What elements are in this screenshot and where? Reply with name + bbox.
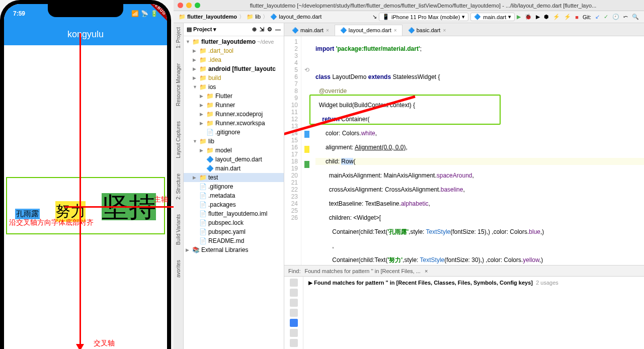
close-window-icon[interactable]	[178, 3, 183, 8]
run-config-selector[interactable]: 🔷 main.dart ▾	[470, 13, 515, 21]
tree-item[interactable]: ▶📁.idea	[184, 55, 284, 64]
cross-axis-label: 交叉轴	[94, 339, 115, 348]
tree-item[interactable]: 🔷main.dart	[184, 164, 284, 173]
project-pane-header: ▤ Project ▾ ⊕ ⇲ ⚙ —	[184, 23, 284, 36]
tree-item[interactable]: ▶📁android [flutter_layoutc	[184, 64, 284, 73]
editor-tab[interactable]: 🔷 main.dart ×	[286, 25, 335, 36]
line-number-gutter[interactable]: 1234567891011121314151617181920212223242…	[284, 36, 301, 265]
git-rollback-icon[interactable]: ⤺	[623, 14, 628, 20]
tree-item[interactable]: ▶📁Runner.xcodeproj	[184, 110, 284, 119]
maximize-window-icon[interactable]	[195, 3, 200, 8]
git-commit-icon[interactable]: ✓	[604, 14, 608, 20]
project-tool-window: ▤ Project ▾ ⊕ ⇲ ⚙ — ▼📁flutter_layoutdemo…	[184, 23, 284, 349]
coverage-icon[interactable]: ⬢	[544, 14, 549, 20]
window-title: flutter_layoutdemo [~/development/study/…	[206, 3, 640, 9]
git-label: Git:	[583, 14, 591, 20]
filter-icon[interactable]	[290, 289, 298, 297]
close-tab-icon[interactable]: ×	[443, 28, 446, 33]
baseline-annotation: 沿交叉轴方向字体底部对齐	[9, 218, 94, 227]
collapse-all-icon[interactable]: ⇲	[260, 26, 264, 33]
tool-tab-structure[interactable]: 2: Structure	[176, 173, 181, 200]
tree-item[interactable]: ▶📁Flutter	[184, 92, 284, 101]
project-tree[interactable]: ▼📁flutter_layoutdemo ~/deve▶📁.dart_tool▶…	[184, 36, 284, 349]
tree-item[interactable]: ▶📁Runner	[184, 101, 284, 110]
tool-tab-project[interactable]: 1: Project	[176, 27, 181, 48]
code-content[interactable]: import 'package:flutter/material.dart'; …	[312, 36, 644, 265]
tool-window-strip-left: 1: Project Resource Manager Layout Captu…	[174, 23, 184, 349]
main-axis-label: 主轴	[154, 195, 168, 204]
minimize-window-icon[interactable]	[186, 3, 192, 8]
expand-icon[interactable]	[290, 309, 298, 317]
tree-item[interactable]: ▼📁lib	[184, 137, 284, 146]
titlebar[interactable]: flutter_layoutdemo [~/development/study/…	[174, 0, 644, 11]
breadcrumb[interactable]: 📁 lib	[247, 14, 261, 20]
tree-item[interactable]: ▶📁test	[184, 173, 284, 182]
close-tab-icon[interactable]: ×	[326, 28, 329, 33]
tree-item[interactable]: ▶📁.dart_tool	[184, 46, 284, 55]
tree-item[interactable]: ▶📚External Libraries	[184, 245, 284, 254]
app-bar: kongyulu	[4, 23, 167, 45]
pin-icon[interactable]	[290, 299, 298, 307]
phone-notch	[48, 4, 123, 17]
tool-tab-build-variants[interactable]: Build Variants	[176, 214, 181, 245]
wifi-icon: 📡	[141, 10, 148, 17]
find-summary[interactable]: Found matches for pattern '' in [Recent …	[304, 268, 420, 274]
editor-tab[interactable]: 🔷 basic.dart ×	[403, 25, 452, 36]
rerun-icon[interactable]	[290, 279, 298, 287]
code-editor[interactable]: 1234567891011121314151617181920212223242…	[284, 36, 644, 265]
device-selector[interactable]: 📱 iPhone 11 Pro Max (mobile) ▾	[379, 13, 468, 21]
demo-box-1: 孔雨露	[15, 209, 40, 219]
tree-item[interactable]: 🔷layout_demo.dart	[184, 155, 284, 164]
tree-item[interactable]: 📄pubspec.lock	[184, 218, 284, 227]
tool-tab-favorites[interactable]: avorites	[176, 260, 181, 278]
tree-item[interactable]: 📄.packages	[184, 200, 284, 209]
close-tab-icon[interactable]: ×	[394, 28, 397, 33]
chevron-right-icon: 〉	[263, 13, 268, 21]
project-view-selector[interactable]: ▤ Project ▾	[187, 26, 216, 33]
run-icon[interactable]: ▶	[517, 14, 521, 20]
tool-tab-layout-captures[interactable]: Layout Captures	[176, 121, 181, 158]
main-axis-arrow	[64, 205, 185, 208]
profile-icon[interactable]: ▶	[536, 14, 540, 20]
breadcrumb[interactable]: 📁 flutter_layoutdemo	[179, 14, 237, 20]
search-icon[interactable]: 🔍	[632, 14, 639, 20]
debug-icon[interactable]: 🐞	[525, 14, 532, 20]
tree-item[interactable]: ▶📁model	[184, 146, 284, 155]
tree-item[interactable]: 📄.gitignore	[184, 182, 284, 191]
collapse-icon[interactable]	[290, 319, 298, 327]
battery-icon: 🔋	[150, 10, 158, 17]
tree-item[interactable]: ▼📁ios	[184, 82, 284, 92]
gear-icon[interactable]: ⚙	[267, 26, 272, 33]
tool-tab-resource-manager[interactable]: Resource Manager	[176, 63, 181, 106]
app-title: kongyulu	[67, 29, 104, 40]
tree-item[interactable]: ▶📁build	[184, 73, 284, 82]
ide-window: flutter_layoutdemo [~/development/study/…	[174, 0, 644, 349]
add-config-icon[interactable]: ↘	[372, 14, 377, 20]
tree-item[interactable]: 📄pubspec.yaml	[184, 227, 284, 236]
hide-icon[interactable]: —	[275, 27, 281, 33]
signal-icon: 📶	[131, 10, 139, 17]
gutter-markers: ⟲	[301, 36, 312, 265]
group-icon[interactable]	[290, 329, 298, 337]
find-results-body[interactable]: ▶ Found matches for pattern '' in [Recen…	[303, 277, 644, 349]
tree-item[interactable]: 📄.metadata	[184, 191, 284, 200]
breadcrumb[interactable]: 🔷 layout_demo.dart	[270, 14, 321, 20]
git-update-icon[interactable]: ↙	[595, 14, 600, 20]
attach-icon[interactable]: ⚡	[553, 14, 560, 20]
hot-reload-icon[interactable]: ⚡	[564, 14, 571, 20]
tree-item[interactable]: 📄flutter_layoutdemo.iml	[184, 209, 284, 218]
editor-tab[interactable]: 🔷 layout_demo.dart ×	[335, 25, 403, 36]
tree-item[interactable]: 📄.gitignore	[184, 128, 284, 137]
cross-axis-arrow	[78, 33, 82, 349]
preview-icon[interactable]	[290, 339, 298, 347]
locate-file-icon[interactable]: ⊕	[252, 26, 257, 33]
git-history-icon[interactable]: 🕘	[612, 14, 619, 20]
tree-item[interactable]: 📄README.md	[184, 236, 284, 245]
close-icon[interactable]: ×	[425, 268, 428, 274]
find-label: Find:	[288, 268, 300, 274]
find-results-pane: ▶ Found matches for pattern '' in [Recen…	[284, 276, 644, 349]
tree-item[interactable]: ▼📁flutter_layoutdemo ~/deve	[184, 37, 284, 46]
stop-icon[interactable]: ■	[575, 14, 579, 20]
phone-simulator: DEBUG 7:59 📶 📡 🔋 kongyulu 孔雨露 努力 坚持	[0, 0, 171, 349]
tree-item[interactable]: ▶📁Runner.xcworkspa	[184, 119, 284, 128]
